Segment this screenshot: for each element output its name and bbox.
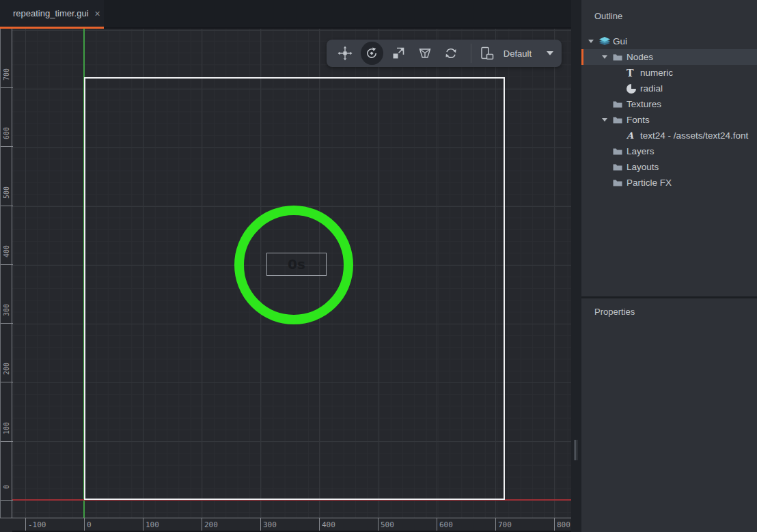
scale-icon xyxy=(390,45,407,61)
ruler-tick xyxy=(378,518,378,531)
ruler-label: 400 xyxy=(322,520,335,529)
ruler-tick xyxy=(25,518,26,531)
device-orientation-icon xyxy=(478,45,495,61)
ruler-tick xyxy=(1,323,13,324)
outline-node-text24[interactable]: A text24 - /assets/text24.font xyxy=(581,128,757,143)
ruler-label: 100 xyxy=(1,417,12,440)
reset-camera-icon xyxy=(443,45,459,61)
expander-icon[interactable] xyxy=(602,55,613,59)
folder-icon xyxy=(613,179,627,187)
selection-accent-bar xyxy=(581,49,583,65)
folder-icon xyxy=(613,53,627,61)
outline-node-gui[interactable]: Gui xyxy=(581,33,757,49)
chevron-down-icon xyxy=(547,51,553,55)
scene-canvas-area: 0s 700 600 500 400 300 200 100 0 xyxy=(0,29,571,532)
ruler-tick xyxy=(202,518,202,531)
panel-splitter[interactable] xyxy=(571,0,581,532)
ruler-tick xyxy=(84,518,85,531)
ruler-label: 400 xyxy=(1,240,12,263)
ruler-tick xyxy=(143,518,143,531)
rotate-tool-button[interactable] xyxy=(361,42,383,65)
layout-selector[interactable]: Default xyxy=(478,45,556,61)
scene-toolbar: Default xyxy=(327,40,562,67)
toolbar-divider xyxy=(471,44,471,63)
scale-tool-button[interactable] xyxy=(387,42,410,65)
outline-header: Outline xyxy=(594,11,622,21)
text-node-icon: T xyxy=(627,68,640,79)
ruler-tick xyxy=(1,206,13,206)
expander-icon[interactable] xyxy=(602,118,613,122)
outline-node-particlefx[interactable]: Particle FX xyxy=(581,175,757,191)
folder-icon xyxy=(613,116,627,124)
ruler-tick xyxy=(495,518,496,531)
ruler-label: 300 xyxy=(1,298,12,322)
tab-title: repeating_timer.gui xyxy=(13,8,89,18)
layout-label: Default xyxy=(504,48,532,59)
folder-icon xyxy=(613,148,627,156)
outline-node-layouts[interactable]: Layouts xyxy=(581,159,757,175)
ruler-tick xyxy=(554,518,555,531)
folder-icon xyxy=(613,100,627,109)
ruler-tick xyxy=(1,87,13,88)
ruler-tick xyxy=(437,518,437,531)
gui-stack-icon xyxy=(599,37,613,46)
expander-icon[interactable] xyxy=(588,40,599,43)
frustum-culling-tool-button[interactable] xyxy=(413,42,436,65)
folder-icon xyxy=(613,163,627,171)
outline-node-fonts[interactable]: Fonts xyxy=(581,112,757,128)
outline-node-layers[interactable]: Layers xyxy=(581,143,757,159)
rotate-icon xyxy=(363,45,380,61)
properties-header: Properties xyxy=(594,307,635,317)
tab-bar: repeating_timer.gui × xyxy=(0,0,581,29)
close-icon[interactable]: × xyxy=(95,9,100,18)
move-icon xyxy=(337,45,353,61)
tab-repeating-timer-gui[interactable]: repeating_timer.gui × xyxy=(0,0,104,29)
ruler-label: -100 xyxy=(28,520,46,529)
horizontal-ruler: -100 0 100 200 300 400 500 600 700 800 xyxy=(0,518,571,532)
vertical-ruler: 700 600 500 400 300 200 100 0 xyxy=(0,29,12,518)
scene-viewport[interactable]: 0s xyxy=(12,29,571,518)
ruler-label: 100 xyxy=(146,520,159,529)
ruler-label: 200 xyxy=(204,520,218,529)
ruler-tick xyxy=(1,441,13,442)
pie-node-icon xyxy=(627,84,640,94)
ruler-label: 300 xyxy=(263,520,277,529)
outline-node-nodes[interactable]: Nodes xyxy=(581,49,757,65)
ruler-label: 600 xyxy=(1,122,12,145)
ruler-label: 600 xyxy=(439,520,453,529)
defold-editor-window: repeating_timer.gui × 0s 700 600 5 xyxy=(0,0,757,532)
splitter-grip-icon[interactable] xyxy=(574,440,577,460)
move-tool-button[interactable] xyxy=(334,42,357,65)
ruler-tick xyxy=(1,146,13,147)
ruler-corner xyxy=(0,518,12,532)
timer-text: 0s xyxy=(288,256,305,272)
ruler-label: 0 xyxy=(1,475,12,499)
outline-tree: Gui Nodes T numeric radial xyxy=(581,33,757,191)
ruler-tick xyxy=(260,518,261,531)
ruler-label: 0 xyxy=(87,520,92,529)
text-node-numeric[interactable]: 0s xyxy=(266,253,327,276)
ruler-tick xyxy=(1,382,13,382)
font-icon: A xyxy=(627,130,640,141)
ruler-label: 800 xyxy=(557,520,570,529)
reset-camera-tool-button[interactable] xyxy=(440,42,463,65)
outline-node-textures[interactable]: Textures xyxy=(581,96,757,112)
ruler-label: 500 xyxy=(1,181,12,204)
ruler-label: 700 xyxy=(1,63,12,86)
ruler-tick xyxy=(319,518,320,531)
ruler-label: 700 xyxy=(498,520,512,529)
frustum-icon xyxy=(417,45,433,61)
outline-node-radial[interactable]: radial xyxy=(581,81,757,96)
panel-divider[interactable] xyxy=(581,296,757,298)
right-panel: Outline Gui Nodes xyxy=(581,0,757,532)
ruler-label: 500 xyxy=(381,520,394,529)
outline-node-numeric[interactable]: T numeric xyxy=(581,65,757,81)
ruler-tick xyxy=(1,500,13,501)
ruler-tick xyxy=(1,264,13,265)
ruler-label: 200 xyxy=(1,357,12,380)
